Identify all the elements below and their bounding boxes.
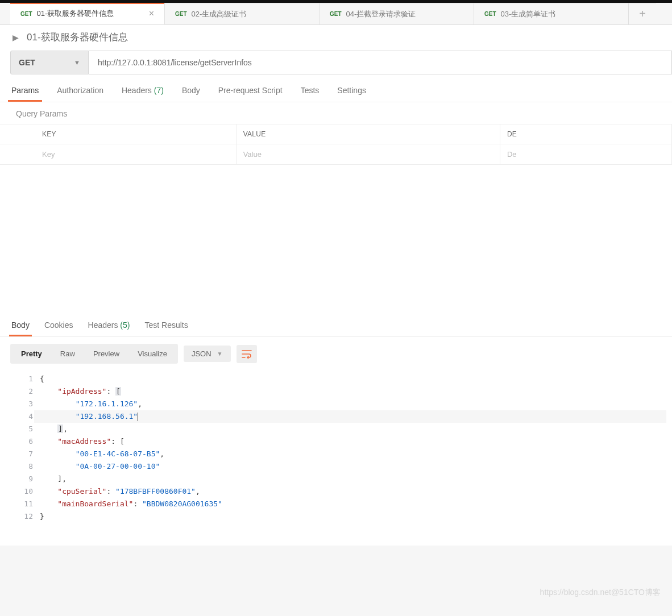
request-title-row[interactable]: ▶ 01-获取服务器硬件信息: [0, 25, 672, 51]
response-tabs: Body Cookies Headers (5) Test Results: [0, 313, 672, 337]
method-dropdown[interactable]: GET ▼: [10, 51, 89, 74]
tab-request-02[interactable]: GET 02-生成高级证书: [165, 3, 320, 24]
close-icon[interactable]: ×: [149, 9, 154, 19]
tab-label: 04-拦截登录请求验证: [346, 9, 416, 19]
tab-label: 03-生成简单证书: [501, 9, 556, 19]
resp-tab-headers[interactable]: Headers (5): [87, 318, 131, 336]
http-method-badge: GET: [330, 11, 342, 17]
chevron-down-icon: ▼: [217, 351, 223, 357]
tab-headers-label: Headers: [122, 86, 152, 95]
seg-visualize[interactable]: Visualize: [128, 346, 176, 362]
table-row[interactable]: Key Value De: [0, 144, 672, 165]
caret-right-icon: ▶: [13, 33, 19, 42]
tab-params[interactable]: Params: [10, 82, 40, 102]
view-mode-segment: Pretty Raw Preview Visualize: [10, 344, 178, 364]
http-method-badge: GET: [484, 11, 496, 17]
code-content[interactable]: { "ipAddress": [ "172.16.1.126", "192.16…: [40, 373, 672, 523]
table-header-value: VALUE: [236, 124, 500, 144]
params-empty-space: [0, 165, 672, 313]
response-toolbar: Pretty Raw Preview Visualize JSON ▼: [0, 337, 672, 371]
tab-prerequest[interactable]: Pre-request Script: [217, 82, 284, 102]
param-value-input[interactable]: Value: [236, 144, 500, 165]
tab-authorization[interactable]: Authorization: [56, 82, 105, 102]
resp-tab-tests[interactable]: Test Results: [143, 318, 189, 336]
line-number-gutter: 123456789101112: [0, 373, 40, 523]
query-params-label: Query Params: [0, 102, 672, 124]
resp-tab-headers-count: (5): [120, 321, 130, 330]
resp-tab-headers-label: Headers: [88, 321, 118, 330]
http-method-badge: GET: [175, 11, 187, 17]
tab-settings[interactable]: Settings: [336, 82, 367, 102]
http-method-badge: GET: [20, 11, 32, 17]
wrap-icon: [242, 349, 252, 359]
seg-pretty[interactable]: Pretty: [12, 346, 51, 362]
tab-request-01[interactable]: GET 01-获取服务器硬件信息 ×: [10, 3, 165, 24]
tab-request-03[interactable]: GET 03-生成简单证书: [474, 3, 629, 24]
tab-label: 02-生成高级证书: [192, 9, 247, 19]
format-dropdown[interactable]: JSON ▼: [184, 346, 231, 362]
resp-tab-cookies[interactable]: Cookies: [43, 318, 74, 336]
format-selected: JSON: [192, 349, 211, 358]
response-body-view[interactable]: 123456789101112 { "ipAddress": [ "172.16…: [0, 371, 672, 546]
seg-preview[interactable]: Preview: [84, 346, 128, 362]
request-title: 01-获取服务器硬件信息: [27, 31, 128, 44]
url-input[interactable]: [89, 51, 672, 74]
chevron-down-icon: ▼: [74, 59, 80, 66]
wrap-lines-button[interactable]: [237, 345, 257, 363]
param-key-input[interactable]: Key: [35, 144, 236, 165]
url-bar: GET ▼: [0, 51, 672, 74]
resp-tab-body[interactable]: Body: [10, 318, 31, 336]
table-header-description: DE: [500, 124, 671, 144]
seg-raw[interactable]: Raw: [51, 346, 84, 362]
param-description-input[interactable]: De: [500, 144, 671, 165]
new-tab-button[interactable]: +: [629, 3, 656, 24]
tab-tests[interactable]: Tests: [300, 82, 321, 102]
tab-label: 01-获取服务器硬件信息: [37, 9, 114, 19]
table-header-spacer: [0, 124, 35, 144]
request-tabs-bar: GET 01-获取服务器硬件信息 × GET 02-生成高级证书 GET 04-…: [0, 3, 672, 25]
method-selected: GET: [19, 58, 35, 67]
tab-request-04[interactable]: GET 04-拦截登录请求验证: [320, 3, 474, 24]
request-section-tabs: Params Authorization Headers (7) Body Pr…: [0, 74, 672, 102]
tab-headers[interactable]: Headers (7): [121, 82, 165, 102]
query-params-table: KEY VALUE DE Key Value De: [0, 124, 672, 165]
table-header-key: KEY: [35, 124, 236, 144]
tab-headers-count: (7): [154, 86, 164, 95]
tab-body[interactable]: Body: [181, 82, 201, 102]
